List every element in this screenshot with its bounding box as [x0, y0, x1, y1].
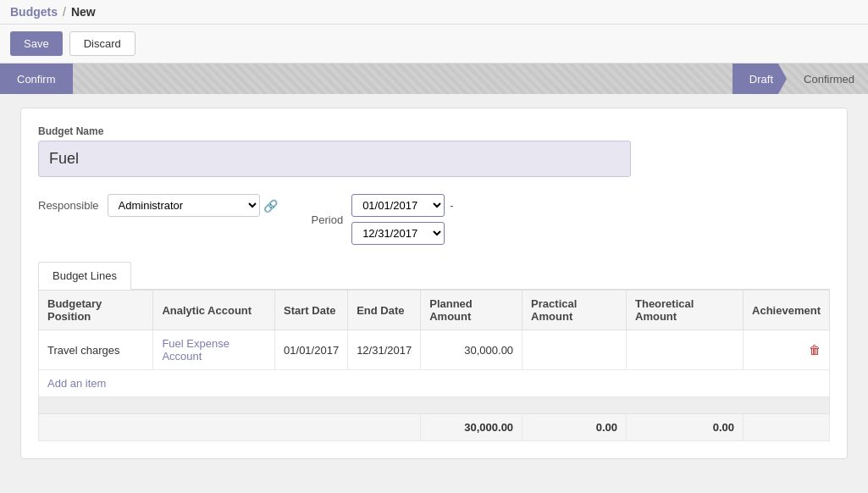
- breadcrumb: Budgets / New: [0, 0, 868, 25]
- total-practical: 0.00: [522, 414, 627, 441]
- cell-achievement: 🗑: [744, 330, 830, 370]
- col-analytic-account: Analytic Account: [153, 291, 275, 330]
- budget-name-input[interactable]: [38, 141, 631, 177]
- col-end-date: End Date: [348, 291, 421, 330]
- breadcrumb-current: New: [71, 5, 96, 19]
- status-bar: Confirm Draft Confirmed: [0, 64, 868, 94]
- responsible-select-wrapper: Administrator 🔗: [108, 194, 278, 217]
- action-bar: Save Discard: [0, 25, 868, 64]
- col-start-date: Start Date: [275, 291, 348, 330]
- main-content: Budget Name Responsible Administrator 🔗 …: [0, 94, 868, 473]
- cell-practical-amount: [522, 330, 627, 370]
- empty-cell: [39, 397, 830, 414]
- cell-start-date: 01/01/2017: [275, 330, 348, 370]
- status-confirmed: Confirmed: [787, 64, 868, 94]
- period-end-row: 12/31/2017: [351, 222, 445, 245]
- totals-label-cell: [39, 414, 421, 441]
- add-item-cell[interactable]: Add an item: [39, 370, 830, 397]
- total-theoretical: 0.00: [627, 414, 744, 441]
- responsible-label: Responsible: [38, 199, 99, 212]
- cell-end-date: 12/31/2017: [348, 330, 421, 370]
- totals-row: 30,000.00 0.00 0.00: [39, 414, 830, 441]
- col-practical-amount: Practical Amount: [522, 291, 627, 330]
- cell-analytic-account: Fuel Expense Account: [153, 330, 275, 370]
- col-theoretical-amount: Theoretical Amount: [627, 291, 744, 330]
- period-fields: 01/01/2017 - 12/31/2017: [351, 194, 453, 245]
- form-row: Responsible Administrator 🔗 Period 01/01…: [38, 194, 830, 245]
- confirm-button[interactable]: Confirm: [0, 64, 73, 94]
- col-planned-amount: Planned Amount: [421, 291, 522, 330]
- budget-name-label: Budget Name: [38, 125, 830, 137]
- period-start-select[interactable]: 01/01/2017: [351, 194, 445, 217]
- status-draft: Draft: [733, 64, 787, 94]
- responsible-select[interactable]: Administrator: [108, 194, 260, 217]
- empty-row: [39, 397, 830, 414]
- period-start-row: 01/01/2017 -: [351, 194, 453, 217]
- total-planned: 30,000.00: [421, 414, 522, 441]
- col-budgetary-position: Budgetary Position: [39, 291, 153, 330]
- add-item-row[interactable]: Add an item: [39, 370, 830, 397]
- tabs-bar: Budget Lines: [38, 262, 830, 290]
- total-achievement: [744, 414, 830, 441]
- delete-row-icon[interactable]: 🗑: [809, 343, 821, 357]
- period-field: Period 01/01/2017 - 12/31/2017: [312, 194, 454, 245]
- cell-planned-amount: 30,000.00: [421, 330, 522, 370]
- table-row[interactable]: Travel charges Fuel Expense Account 01/0…: [39, 330, 830, 370]
- breadcrumb-parent[interactable]: Budgets: [10, 5, 58, 19]
- save-button[interactable]: Save: [10, 31, 63, 56]
- period-label: Period: [312, 213, 344, 226]
- external-link-icon[interactable]: 🔗: [263, 199, 278, 213]
- analytic-account-link[interactable]: Fuel Expense Account: [162, 337, 229, 363]
- budget-table: Budgetary Position Analytic Account Star…: [38, 290, 830, 441]
- form-card: Budget Name Responsible Administrator 🔗 …: [20, 108, 848, 459]
- cell-theoretical-amount: [627, 330, 744, 370]
- col-achievement: Achievement: [744, 291, 830, 330]
- breadcrumb-separator: /: [63, 5, 66, 19]
- period-end-select[interactable]: 12/31/2017: [351, 222, 445, 245]
- tab-budget-lines[interactable]: Budget Lines: [38, 262, 131, 290]
- discard-button[interactable]: Discard: [69, 31, 135, 56]
- responsible-field: Responsible Administrator 🔗: [38, 194, 278, 217]
- cell-budgetary-position: Travel charges: [39, 330, 153, 370]
- period-dash: -: [450, 199, 453, 212]
- table-header-row: Budgetary Position Analytic Account Star…: [39, 291, 830, 330]
